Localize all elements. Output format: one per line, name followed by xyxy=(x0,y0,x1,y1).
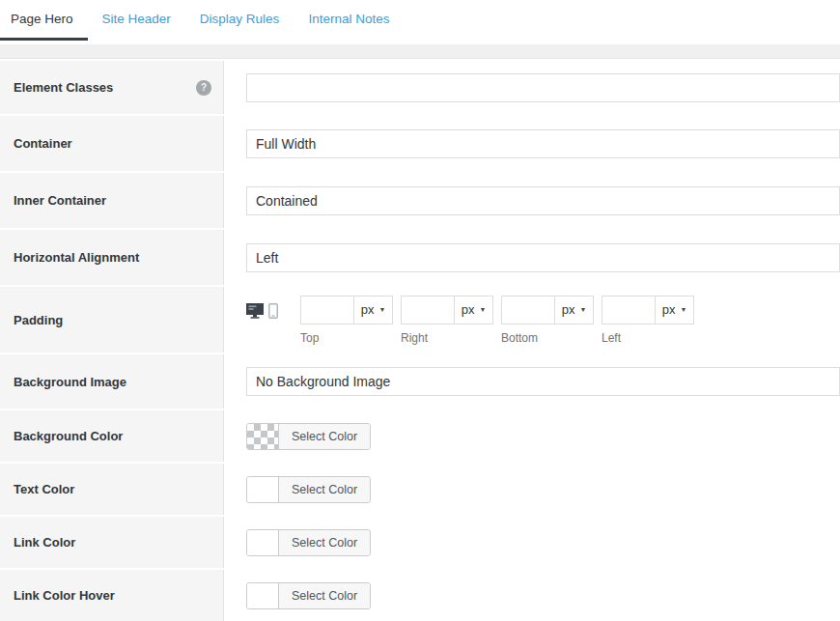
element-classes-control-cell xyxy=(224,61,840,114)
unit-label: px xyxy=(562,302,575,317)
padding-label-cell: Padding xyxy=(0,287,224,353)
background-color-swatch[interactable] xyxy=(247,424,279,449)
row-link-color: Link Color Select Color xyxy=(0,517,840,568)
padding-right-input[interactable] xyxy=(402,296,454,324)
text-color-select-label[interactable]: Select Color xyxy=(279,477,370,502)
dropdown-arrow-icon: ▼ xyxy=(378,306,385,313)
link-color-hover-label-cell: Link Color Hover xyxy=(0,570,224,621)
padding-top-field: px ▼ xyxy=(300,296,393,325)
padding-right-label: Right xyxy=(401,331,493,345)
element-classes-label: Element Classes xyxy=(14,80,113,95)
row-container: Container Full Width xyxy=(0,116,840,171)
link-color-hover-label: Link Color Hover xyxy=(14,588,115,603)
horizontal-alignment-select[interactable]: Left xyxy=(246,243,840,272)
container-select[interactable]: Full Width xyxy=(246,129,840,158)
unit-label: px xyxy=(462,302,475,317)
background-image-label: Background Image xyxy=(14,375,126,389)
desktop-icon[interactable] xyxy=(246,303,264,319)
link-color-hover-picker-button[interactable]: Select Color xyxy=(246,582,371,609)
row-horizontal-alignment: Horizontal Alignment Left xyxy=(0,230,840,285)
padding-top-group: px ▼ Top xyxy=(300,296,393,345)
padding-left-group: px ▼ Left xyxy=(602,296,694,345)
padding-bottom-unit-select[interactable]: px ▼ xyxy=(554,296,593,324)
row-padding: Padding xyxy=(0,287,840,353)
background-color-label: Background Color xyxy=(14,429,123,443)
link-color-swatch[interactable] xyxy=(247,530,279,555)
padding-bottom-input[interactable] xyxy=(502,296,554,324)
unit-label: px xyxy=(361,302,375,317)
padding-label: Padding xyxy=(14,313,63,327)
link-color-hover-select-label[interactable]: Select Color xyxy=(279,583,370,608)
link-color-label-cell: Link Color xyxy=(0,517,224,568)
tab-internal-notes[interactable]: Internal Notes xyxy=(294,0,404,41)
container-control-cell: Full Width xyxy=(224,116,840,171)
dropdown-arrow-icon: ▼ xyxy=(680,306,686,313)
inner-container-control-cell: Contained xyxy=(224,173,840,228)
padding-bottom-label: Bottom xyxy=(501,331,594,345)
text-color-picker-button[interactable]: Select Color xyxy=(246,476,371,503)
text-color-control-cell: Select Color xyxy=(224,464,840,515)
padding-left-field: px ▼ xyxy=(602,296,694,325)
background-color-select-label[interactable]: Select Color xyxy=(279,424,370,449)
padding-left-unit-select[interactable]: px ▼ xyxy=(655,296,693,324)
text-color-label-cell: Text Color xyxy=(0,464,224,515)
background-image-select[interactable]: No Background Image xyxy=(246,367,840,396)
dropdown-arrow-icon: ▼ xyxy=(579,306,586,313)
tab-site-header[interactable]: Site Header xyxy=(88,0,185,41)
inner-container-label: Inner Container xyxy=(14,193,106,208)
element-classes-input[interactable] xyxy=(246,73,840,102)
row-background-color: Background Color Select Color xyxy=(0,410,840,462)
help-icon[interactable]: ? xyxy=(196,80,211,96)
link-color-picker-button[interactable]: Select Color xyxy=(246,529,371,556)
dropdown-arrow-icon: ▼ xyxy=(479,306,486,313)
padding-top-input[interactable] xyxy=(301,296,353,324)
container-label: Container xyxy=(14,136,72,151)
text-color-label: Text Color xyxy=(14,482,74,496)
padding-right-unit-select[interactable]: px ▼ xyxy=(454,296,492,324)
link-color-hover-control-cell: Select Color xyxy=(224,570,840,621)
container-label-cell: Container xyxy=(0,116,224,171)
background-image-label-cell: Background Image xyxy=(0,354,224,409)
link-color-select-label[interactable]: Select Color xyxy=(279,530,370,555)
padding-left-input[interactable] xyxy=(602,296,655,324)
row-text-color: Text Color Select Color xyxy=(0,464,840,515)
row-background-image: Background Image No Background Image xyxy=(0,354,840,409)
horizontal-alignment-label-cell: Horizontal Alignment xyxy=(0,230,224,285)
device-toggle xyxy=(246,303,278,319)
background-color-control-cell: Select Color xyxy=(224,410,840,462)
row-element-classes: Element Classes ? xyxy=(0,61,840,114)
horizontal-alignment-label: Horizontal Alignment xyxy=(14,250,139,265)
padding-bottom-field: px ▼ xyxy=(501,296,594,325)
inner-container-select[interactable]: Contained xyxy=(246,186,840,215)
padding-controls: px ▼ Top px ▼ Right xyxy=(246,296,702,345)
link-color-hover-swatch[interactable] xyxy=(247,583,279,608)
tab-bar: Page Hero Site Header Display Rules Inte… xyxy=(0,0,840,41)
table-top-band xyxy=(0,44,840,59)
padding-top-label: Top xyxy=(300,331,393,345)
link-color-control-cell: Select Color xyxy=(224,517,840,568)
padding-top-unit-select[interactable]: px ▼ xyxy=(353,296,392,324)
background-color-picker-button[interactable]: Select Color xyxy=(246,423,371,450)
padding-control-cell: px ▼ Top px ▼ Right xyxy=(224,287,840,353)
padding-left-label: Left xyxy=(602,331,694,345)
tab-display-rules[interactable]: Display Rules xyxy=(185,0,294,41)
unit-label: px xyxy=(662,302,676,317)
padding-right-group: px ▼ Right xyxy=(401,296,493,345)
link-color-label: Link Color xyxy=(14,535,75,550)
padding-bottom-group: px ▼ Bottom xyxy=(501,296,594,345)
mobile-icon[interactable] xyxy=(268,303,278,319)
row-inner-container: Inner Container Contained xyxy=(0,173,840,228)
background-image-control-cell: No Background Image xyxy=(224,354,840,409)
row-link-color-hover: Link Color Hover Select Color xyxy=(0,570,840,621)
inner-container-label-cell: Inner Container xyxy=(0,173,224,228)
horizontal-alignment-control-cell: Left xyxy=(224,230,840,285)
element-classes-label-cell: Element Classes ? xyxy=(0,61,224,114)
text-color-swatch[interactable] xyxy=(247,477,279,502)
tab-page-hero[interactable]: Page Hero xyxy=(0,0,88,41)
padding-right-field: px ▼ xyxy=(401,296,493,325)
background-color-label-cell: Background Color xyxy=(0,410,224,462)
